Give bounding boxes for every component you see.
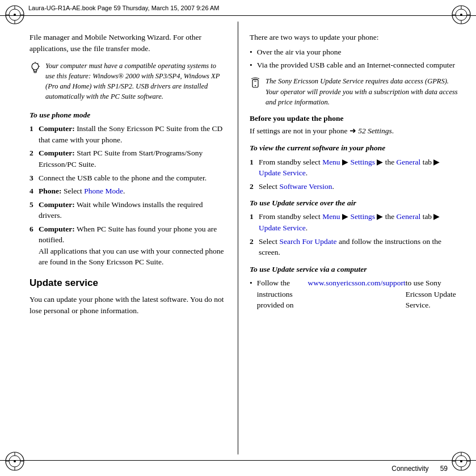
list-item: 2 Select Software Version. [250, 181, 459, 192]
list-item: Via the provided USB cable and an Intern… [250, 60, 459, 71]
update-service-title: Update service [30, 276, 225, 290]
list-item: 1 From standby select Menu ▶ Settings ▶ … [250, 157, 459, 179]
list-item: 1 Computer: Install the Sony Ericsson PC… [30, 123, 225, 145]
update-bullets: Over the air via your phone Via the prov… [250, 47, 459, 70]
note1-box: Your computer must have a compatible ope… [30, 61, 225, 102]
svg-point-16 [14, 460, 16, 462]
note2-text: The Sony Ericsson Update Service require… [266, 76, 459, 107]
right-intro: There are two ways to update your phone: [250, 32, 459, 43]
left-intro: File manager and Mobile Networking Wizar… [30, 32, 225, 55]
phone-mode-heading: To use phone mode [30, 109, 225, 121]
list-item: 1 From standby select Menu ▶ Settings ▶ … [250, 211, 459, 233]
bottom-bar: Connectivity 59 [0, 460, 476, 476]
before-text: If settings are not in your phone ➜ 52 S… [250, 125, 459, 137]
svg-point-23 [460, 460, 462, 462]
note1-text: Your computer must have a compatible ope… [45, 61, 225, 102]
list-item: Over the air via your phone [250, 47, 459, 58]
page-number: 59 [440, 465, 448, 473]
lightbulb-icon [30, 62, 41, 78]
top-bar: Laura-UG-R1A-AE.book Page 59 Thursday, M… [0, 0, 476, 16]
signal-icon [250, 77, 261, 93]
note2-box: The Sony Ericsson Update Service require… [250, 76, 459, 107]
list-item: 4 Phone: Select Phone Mode. [30, 186, 225, 197]
section-label: Connectivity [391, 465, 428, 473]
list-item: 2 Select Search For Update and follow th… [250, 236, 459, 258]
svg-point-37 [255, 85, 256, 86]
list-item: 6 Computer: When PC Suite has found your… [30, 224, 225, 268]
computer-bullets: Follow the instructions provided on www.… [250, 277, 459, 311]
before-heading: Before you update the phone [250, 113, 459, 124]
computer-heading: To use Update service via a computer [250, 264, 459, 275]
list-item: 5 Computer: Wait while Windows installs … [30, 199, 225, 221]
air-heading: To use Update service over the air [250, 197, 459, 209]
update-text: You can update your phone with the lates… [30, 294, 225, 317]
right-column: There are two ways to update your phone:… [238, 16, 476, 460]
left-column: File manager and Mobile Networking Wizar… [0, 16, 238, 460]
list-item: 2 Computer: Start PC Suite from Start/Pr… [30, 148, 225, 170]
content-area: File manager and Mobile Networking Wizar… [0, 16, 476, 460]
list-item: 3 Connect the USB cable to the phone and… [30, 172, 225, 184]
svg-point-28 [32, 63, 39, 70]
svg-line-33 [37, 63, 39, 64]
view-steps: 1 From standby select Menu ▶ Settings ▶ … [250, 157, 459, 192]
top-bar-label: Laura-UG-R1A-AE.book Page 59 Thursday, M… [28, 5, 220, 11]
list-item: Follow the instructions provided on www.… [250, 277, 459, 311]
air-steps: 1 From standby select Menu ▶ Settings ▶ … [250, 211, 459, 258]
view-heading: To view the current software in your pho… [250, 142, 459, 154]
phone-mode-steps: 1 Computer: Install the Sony Ericsson PC… [30, 123, 225, 268]
